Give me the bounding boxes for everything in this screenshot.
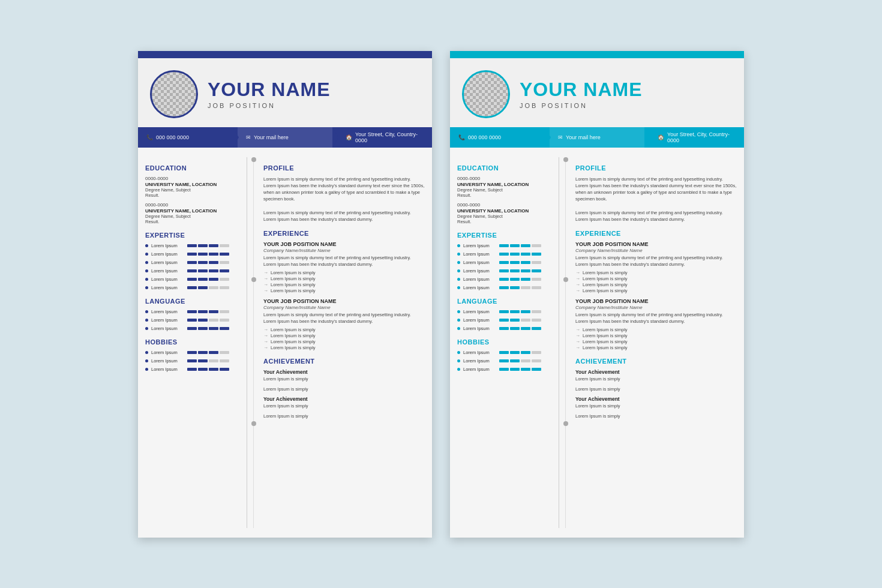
home-icon: 🏠	[346, 134, 352, 140]
skill-bar	[198, 286, 208, 289]
skill-item: Lorem Ipsum	[145, 285, 241, 290]
skill-bar	[187, 327, 197, 330]
skill-bar	[521, 269, 530, 272]
skill-bar	[510, 319, 520, 322]
address-text: Your Street, City, Country-0000	[355, 131, 424, 143]
skill-item: Lorem Ipsum	[457, 260, 553, 265]
profile-text: Lorem Ipsum is simply dummy text of the …	[263, 176, 425, 223]
skill-bar	[187, 244, 197, 247]
skill-bar	[187, 253, 197, 256]
skill-dot	[145, 278, 148, 281]
contact-email: ✉ Your mail here	[550, 127, 644, 148]
skill-dot	[457, 253, 460, 256]
skill-bar	[499, 269, 509, 272]
skill-label: Lorem Ipsum	[463, 367, 496, 372]
experience-section: EXPERIENCE YOUR JOB POSITION NAME Compan…	[263, 230, 425, 350]
skill-bar	[187, 261, 197, 264]
skill-bar	[187, 278, 197, 281]
hobbies-section: HOBBIES Lorem Ipsum Lorem Ipsum Lorem Ip…	[457, 338, 553, 372]
achievement-section: ACHIEVEMENT Your AchievementLorem Ipsum …	[263, 358, 425, 419]
phone-icon: 📞	[146, 134, 153, 140]
achievement-item-title: Your Achievement	[575, 396, 737, 402]
skill-dot	[145, 368, 148, 371]
skill-bar	[209, 351, 218, 354]
skill-bar	[521, 359, 530, 362]
skill-label: Lorem Ipsum	[151, 358, 184, 364]
phone-text: 000 000 0000	[156, 134, 189, 140]
edu-entry: 0000-0000 UNIVERSITY NAME, LOCATION Degr…	[145, 176, 241, 198]
skill-bar	[198, 278, 208, 281]
education-title: EDUCATION	[457, 164, 553, 172]
skill-item: Lorem Ipsum	[457, 309, 553, 314]
edu-entry: 0000-0000 UNIVERSITY NAME, LOCATION Degr…	[145, 202, 241, 224]
skill-item: Lorem Ipsum	[457, 358, 553, 364]
achievement-line: Lorem Ipsum is simply	[575, 376, 737, 383]
skill-bar	[532, 244, 541, 247]
skill-bar	[198, 244, 208, 247]
skill-label: Lorem Ipsum	[463, 358, 496, 364]
skill-label: Lorem Ipsum	[151, 260, 184, 265]
skill-item: Lorem Ipsum	[145, 358, 241, 364]
skill-label: Lorem Ipsum	[151, 243, 184, 248]
skill-bar	[220, 327, 229, 330]
skill-bar	[220, 368, 229, 371]
phone-text: 000 000 0000	[468, 134, 501, 140]
job-position: JOB POSITION	[520, 102, 732, 109]
skill-bar	[198, 269, 208, 272]
job-entry: YOUR JOB POSITION NAME Company Name/Inst…	[263, 241, 425, 293]
expertise-section: EXPERTISE Lorem Ipsum Lorem Ipsum Lorem …	[457, 232, 553, 290]
job-title: YOUR JOB POSITION NAME	[575, 241, 737, 247]
skill-bar	[499, 278, 509, 281]
skill-bar	[510, 368, 520, 371]
skill-bar	[510, 359, 520, 362]
skill-item: Lorem Ipsum	[457, 285, 553, 290]
skill-dot	[145, 261, 148, 264]
education-title: EDUCATION	[145, 164, 241, 172]
expertise-title: EXPERTISE	[145, 232, 241, 239]
skill-bar	[209, 327, 218, 330]
job-bullet: Lorem Ipsum is simply	[575, 282, 737, 287]
skill-bar	[198, 319, 208, 322]
skill-label: Lorem Ipsum	[463, 350, 496, 355]
skill-item: Lorem Ipsum	[457, 317, 553, 323]
job-bullet: Lorem Ipsum is simply	[575, 333, 737, 338]
skill-dot	[145, 327, 148, 330]
column-divider	[253, 157, 254, 528]
edu-result: Result.	[145, 219, 241, 224]
skill-dot	[145, 286, 148, 289]
job-desc: Lorem Ipsum is simply dummy text of the …	[575, 255, 737, 268]
experience-section: EXPERIENCE YOUR JOB POSITION NAME Compan…	[575, 230, 737, 350]
skill-bar	[510, 286, 520, 289]
skill-bar	[220, 269, 229, 272]
skill-item: Lorem Ipsum	[145, 326, 241, 331]
skill-bar	[499, 359, 509, 362]
skill-label: Lorem Ipsum	[151, 367, 184, 372]
skill-dot	[145, 351, 148, 354]
skill-item: Lorem Ipsum	[145, 260, 241, 265]
job-bullet: Lorem Ipsum is simply	[263, 282, 425, 287]
contact-phone: 📞 000 000 0000	[138, 127, 233, 148]
job-bullet: Lorem Ipsum is simply	[263, 339, 425, 344]
skill-bar	[532, 359, 541, 362]
skill-item: Lorem Ipsum	[457, 326, 553, 331]
email-text: Your mail here	[254, 134, 289, 140]
divider-dot-1	[251, 157, 256, 162]
edu-degree: Degree Name, Subject	[457, 214, 553, 219]
skill-dot	[457, 269, 460, 272]
job-company: Company Name/Institute Name	[263, 248, 425, 253]
job-bullet: Lorem Ipsum is simply	[263, 276, 425, 281]
job-bullet: Lorem Ipsum is simply	[575, 327, 737, 332]
achievement-item: Your AchievementLorem Ipsum is simplyLor…	[263, 396, 425, 419]
skill-bar	[521, 351, 530, 354]
language-section: LANGUAGE Lorem Ipsum Lorem Ipsum Lorem I…	[457, 298, 553, 331]
skill-bar	[510, 310, 520, 313]
skill-dot	[457, 327, 460, 330]
skill-bar	[499, 319, 509, 322]
expertise-section: EXPERTISE Lorem Ipsum Lorem Ipsum Lorem …	[145, 232, 241, 290]
language-section: LANGUAGE Lorem Ipsum Lorem Ipsum Lorem I…	[145, 298, 241, 331]
achievement-line: Lorem Ipsum is simply	[263, 413, 425, 420]
hobbies-title: HOBBIES	[457, 338, 553, 346]
skill-bar	[209, 359, 218, 362]
skill-bar	[532, 319, 541, 322]
skill-bar	[532, 368, 541, 371]
